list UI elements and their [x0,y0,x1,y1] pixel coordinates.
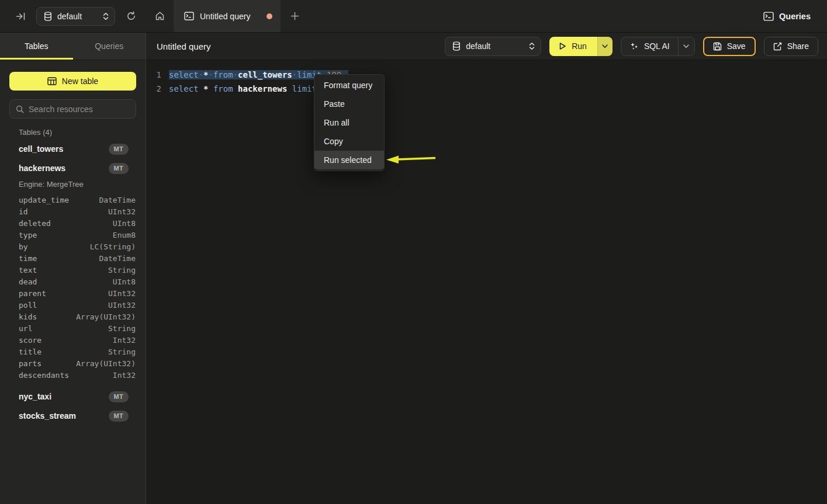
sql-ai-label: SQL AI [644,41,670,51]
column-row: pollUInt32 [19,299,136,311]
toolbar-database-value: default [466,41,524,51]
menu-item-copy[interactable]: Copy [314,132,384,151]
plus-icon [290,12,299,20]
menu-item-format-query[interactable]: Format query [314,76,384,95]
new-table-label: New table [62,77,98,86]
refresh-icon [126,11,136,21]
home-icon [155,11,165,21]
column-type: String [108,266,136,274]
chevron-updown-icon [103,12,109,20]
column-type: Enum8 [113,231,136,239]
context-menu: Format queryPasteRun allCopyRun selected [314,74,385,171]
query-title: Untitled query [157,41,445,51]
column-name: text [19,266,108,274]
collapse-sidebar-icon [16,12,26,21]
column-name: score [19,336,113,345]
column-type: UInt32 [108,207,136,216]
home-tab[interactable] [146,0,174,32]
column-row: idUInt32 [19,206,136,217]
column-row: timeDateTime [19,252,136,264]
engine-badge: MT [109,411,129,422]
column-type: UInt8 [113,219,136,228]
run-dropdown-button[interactable] [597,37,613,56]
code-line[interactable]: 2select * from hackernews limit [146,82,827,96]
column-name: time [19,254,99,263]
column-row: typeEnum8 [19,229,136,241]
search-box [9,99,136,119]
save-button[interactable]: Save [703,37,756,56]
sql-editor[interactable]: 1select·*·from·cell_towers·limit·100·2se… [146,60,827,96]
column-name: title [19,347,108,356]
toolbar: default Run [445,37,818,56]
sql-ai-button[interactable]: SQL AI [621,37,695,56]
table-name: hackernews [19,164,109,173]
column-type: Int32 [113,336,136,345]
new-table-button[interactable]: New table [9,72,136,91]
share-button[interactable]: Share [764,37,818,56]
main-area: Untitled query default [146,33,827,504]
table-row-nyc-taxi[interactable]: nyc_taxi MT [9,387,136,406]
topbar: default [0,0,827,33]
sql-ai-button-main[interactable]: SQL AI [621,37,678,55]
menu-item-paste[interactable]: Paste [314,95,384,113]
column-name: kids [19,312,76,321]
sidebar-tab-queries[interactable]: Queries [73,33,146,60]
topbar-left: default [0,0,146,32]
column-name: id [19,207,108,216]
engine-label: Engine: MergeTree [19,179,136,190]
column-row: deletedUInt8 [19,217,136,229]
chevron-updown-icon [529,42,535,50]
new-tab-button[interactable] [281,0,309,32]
chevron-down-icon [602,44,608,48]
column-type: String [108,324,136,333]
run-button[interactable]: Run [549,37,613,56]
menu-item-run-all[interactable]: Run all [314,113,384,132]
table-row-hackernews[interactable]: hackernews MT [9,159,136,178]
column-type: UInt32 [108,289,136,298]
column-type: Array(UInt32) [76,312,136,321]
topbar-database-value: default [57,12,98,21]
table-row-cell-towers[interactable]: cell_towers MT [9,140,136,158]
line-number: 2 [146,84,161,93]
database-icon [452,41,461,51]
column-row: update_timeDateTime [19,194,136,206]
sidebar: Tables Queries New table [0,33,146,504]
tab-title: Untitled query [200,12,261,21]
queries-label: Queries [779,12,811,21]
refresh-button[interactable] [123,9,139,24]
engine-badge: MT [109,144,129,155]
table-name: nyc_taxi [19,392,109,401]
column-name: by [19,242,90,251]
annotation-arrow [380,152,438,167]
column-type: DateTime [99,196,136,204]
sql-ai-dropdown-button[interactable] [678,37,694,55]
main-header: Untitled query default [146,33,827,60]
run-button-main[interactable]: Run [549,37,597,56]
run-label: Run [572,41,587,51]
column-type: String [108,347,136,356]
code-line[interactable]: 1select·*·from·cell_towers·limit·100· [146,68,827,82]
column-row: descendantsInt32 [19,369,136,381]
topbar-database-selector[interactable]: default [36,7,115,26]
column-name: dead [19,277,113,286]
queries-button[interactable]: Queries [763,12,811,21]
terminal-icon [763,12,774,21]
table-row-stocks-stream[interactable]: stocks_stream MT [9,406,136,425]
column-row: parentUInt32 [19,287,136,299]
menu-item-run-selected[interactable]: Run selected [314,151,384,169]
column-type: Int32 [113,371,136,380]
column-row: deadUInt8 [19,276,136,287]
column-name: deleted [19,219,113,228]
sidebar-body: New table Tables (4) cell_towers MT hack… [0,60,146,425]
collapse-sidebar-button[interactable] [13,9,28,24]
tab-untitled-query[interactable]: Untitled query [174,0,281,32]
column-type: LC(String) [90,242,136,251]
toolbar-database-selector[interactable]: default [445,37,541,56]
column-name: poll [19,301,108,310]
sidebar-tab-tables[interactable]: Tables [0,33,73,60]
column-name: descendants [19,371,113,380]
code-lines: 1select·*·from·cell_towers·limit·100·2se… [146,68,827,96]
search-input[interactable] [29,105,134,114]
column-row: textString [19,264,136,276]
column-name: parts [19,359,76,368]
